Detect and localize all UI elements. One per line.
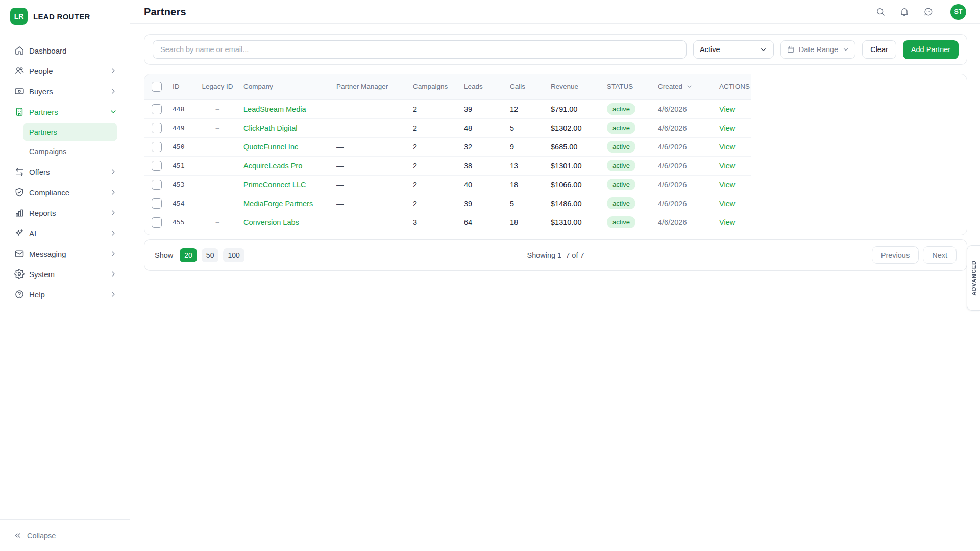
brand-logo: LR	[10, 8, 28, 25]
company-link[interactable]: LeadStream Media	[243, 105, 306, 113]
status-filter-select[interactable]: Active	[693, 40, 774, 59]
date-range-button[interactable]: Date Range	[780, 40, 855, 59]
search-input[interactable]	[153, 40, 687, 59]
column-header-legacy: Legacy ID	[200, 74, 235, 99]
row-checkbox[interactable]	[152, 104, 162, 114]
view-link[interactable]: View	[719, 162, 735, 170]
sidebar-item-dashboard[interactable]: Dashboard	[6, 40, 124, 61]
date-range-label: Date Range	[799, 45, 838, 54]
search-icon[interactable]	[875, 7, 886, 17]
cell-partner-manager: —	[332, 213, 409, 232]
next-button[interactable]: Next	[923, 246, 957, 264]
calendar-icon	[787, 45, 795, 54]
row-checkbox[interactable]	[152, 142, 162, 152]
topbar: Partners ST	[130, 0, 980, 24]
column-header-calls: Calls	[506, 74, 547, 99]
column-header-campaigns: Campaigns	[409, 74, 460, 99]
chevron-right-icon	[109, 209, 117, 217]
company-link[interactable]: Conversion Labs	[243, 218, 299, 227]
view-link[interactable]: View	[719, 105, 735, 113]
page-size-50[interactable]: 50	[202, 248, 219, 262]
banknote-icon	[14, 86, 24, 96]
sidebar-item-help[interactable]: Help	[6, 284, 124, 305]
sidebar-item-partners[interactable]: Partners	[6, 102, 124, 122]
brand-logo-row: LR LEAD ROUTER	[0, 0, 130, 33]
company-link[interactable]: AcquireLeads Pro	[243, 162, 302, 170]
sidebar-item-messaging[interactable]: Messaging	[6, 243, 124, 264]
filter-bar: Active Date Range Clear Add Partner	[144, 34, 967, 65]
cell-legacy-id: –	[200, 194, 235, 213]
show-label: Show	[155, 251, 173, 259]
row-checkbox[interactable]	[152, 180, 162, 190]
select-all-header[interactable]	[144, 74, 166, 99]
bell-icon[interactable]	[899, 7, 910, 17]
row-checkbox[interactable]	[152, 123, 162, 133]
cell-id: 450	[166, 137, 200, 156]
sidebar-item-system[interactable]: System	[6, 264, 124, 284]
table-body: 448–LeadStream Media—23912$791.00active4…	[144, 99, 751, 232]
row-checkbox[interactable]	[152, 161, 162, 171]
advanced-tab-label: ADVANCED	[971, 260, 977, 296]
chevron-down-icon	[842, 46, 849, 53]
company-link[interactable]: PrimeConnect LLC	[243, 181, 306, 189]
chat-icon[interactable]	[923, 7, 934, 17]
previous-button[interactable]: Previous	[872, 246, 919, 264]
home-icon	[14, 45, 24, 56]
sidebar-item-ai[interactable]: AI	[6, 223, 124, 243]
cell-id: 453	[166, 175, 200, 194]
chevron-right-icon	[109, 67, 117, 75]
advanced-panel-tab[interactable]: ADVANCED	[967, 245, 980, 311]
cell-campaigns: 2	[409, 175, 460, 194]
pagination-bar: Show 2050100 Showing 1–7 of 7 Previous N…	[144, 239, 967, 271]
cell-revenue: $1486.00	[547, 194, 603, 213]
sidebar-item-buyers[interactable]: Buyers	[6, 81, 124, 102]
page-size-100[interactable]: 100	[223, 248, 244, 262]
cell-campaigns: 2	[409, 194, 460, 213]
page-size-20[interactable]: 20	[180, 248, 197, 262]
sidebar-collapse-button[interactable]: Collapse	[0, 519, 130, 551]
view-link[interactable]: View	[719, 218, 735, 227]
table-row: 451–AcquireLeads Pro—23813$1301.00active…	[144, 156, 751, 175]
view-link[interactable]: View	[719, 199, 735, 208]
avatar[interactable]: ST	[950, 4, 966, 20]
cell-legacy-id: –	[200, 99, 235, 118]
sidebar-subitem-partners[interactable]: Partners	[23, 123, 117, 141]
sidebar-subitem-campaigns[interactable]: Campaigns	[23, 142, 117, 161]
cell-leads: 38	[460, 156, 506, 175]
cell-partner-manager: —	[332, 194, 409, 213]
status-badge: active	[607, 103, 635, 115]
view-link[interactable]: View	[719, 143, 735, 151]
cell-legacy-id: –	[200, 118, 235, 137]
company-link[interactable]: ClickPath Digital	[243, 124, 298, 132]
select-all-checkbox[interactable]	[152, 82, 162, 92]
column-header-company: Company	[235, 74, 332, 99]
view-link[interactable]: View	[719, 181, 735, 189]
sidebar-item-reports[interactable]: Reports	[6, 203, 124, 223]
chevron-right-icon	[109, 87, 117, 95]
row-checkbox[interactable]	[152, 198, 162, 209]
cell-calls: 5	[506, 194, 547, 213]
company-link[interactable]: MediaForge Partners	[243, 199, 313, 208]
cell-legacy-id: –	[200, 213, 235, 232]
chevron-right-icon	[109, 168, 117, 176]
company-link[interactable]: QuoteFunnel Inc	[243, 143, 298, 151]
add-partner-button[interactable]: Add Partner	[903, 40, 959, 59]
cell-created: 4/6/2026	[654, 213, 715, 232]
clear-button[interactable]: Clear	[862, 40, 896, 59]
cell-revenue: $1301.00	[547, 156, 603, 175]
sidebar-item-label: Help	[29, 290, 45, 299]
partners-table-card: IDLegacy IDCompanyPartner ManagerCampaig…	[144, 74, 967, 235]
sidebar: LR LEAD ROUTER DashboardPeopleBuyersPart…	[0, 0, 130, 551]
cell-campaigns: 2	[409, 118, 460, 137]
sidebar-item-label: AI	[29, 229, 36, 238]
column-header-created[interactable]: Created	[654, 74, 715, 99]
shield-check-icon	[14, 187, 24, 197]
view-link[interactable]: View	[719, 124, 735, 132]
help-circle-icon	[14, 289, 24, 299]
sidebar-item-offers[interactable]: Offers	[6, 162, 124, 182]
row-checkbox[interactable]	[152, 217, 162, 228]
sidebar-item-compliance[interactable]: Compliance	[6, 182, 124, 203]
cell-id: 448	[166, 99, 200, 118]
sidebar-item-people[interactable]: People	[6, 61, 124, 81]
sort-chevron-icon	[686, 83, 693, 90]
